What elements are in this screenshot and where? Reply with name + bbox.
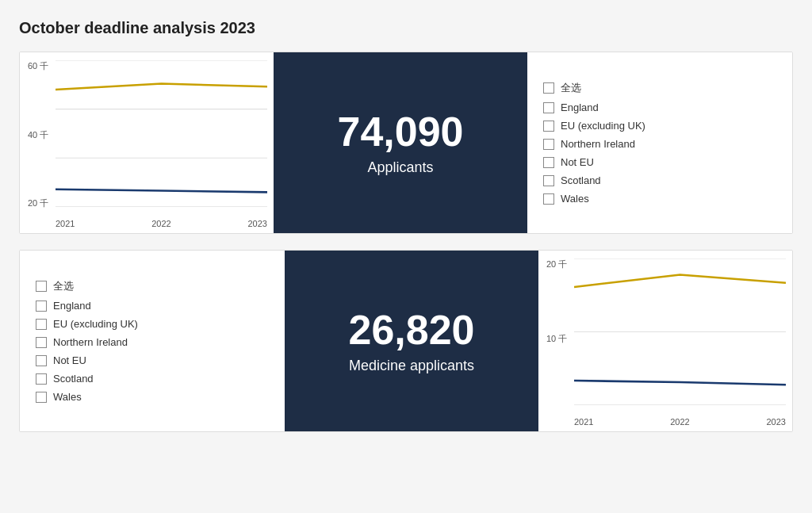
checkbox-england-1[interactable] xyxy=(543,102,554,113)
medicine-count: 26,820 xyxy=(348,308,474,353)
legend-panel-2: 全选 England EU (excluding UK) Northern Ir… xyxy=(20,251,285,431)
legend-item-select-all-1[interactable]: 全选 xyxy=(543,81,776,95)
page-title: October deadline analysis 2023 xyxy=(19,19,793,37)
legend-item-select-all-2[interactable]: 全选 xyxy=(36,279,269,293)
checkbox-noteu-2[interactable] xyxy=(36,355,47,366)
legend-label-scotland-2: Scotland xyxy=(53,373,94,385)
checkbox-select-all-2[interactable] xyxy=(36,281,47,292)
line-chart-1 xyxy=(56,60,267,207)
legend-label-noteu-1: Not EU xyxy=(561,156,594,168)
checkbox-eu-2[interactable] xyxy=(36,319,47,330)
x-label-2021-2: 2021 xyxy=(574,417,593,427)
checkbox-england-2[interactable] xyxy=(36,301,47,312)
stats-panel-1: 74,090 Applicants xyxy=(274,52,527,233)
y-label-60k: 60 千 xyxy=(28,60,48,72)
legend-label-select-all-2: 全选 xyxy=(53,279,74,293)
checkbox-scotland-2[interactable] xyxy=(36,373,47,385)
y-label-20k: 20 千 xyxy=(28,197,48,209)
x-axis-labels-1: 2021 2022 2023 xyxy=(56,219,267,228)
legend-label-ni-2: Northern Ireland xyxy=(53,336,128,348)
x-label-2023-1: 2023 xyxy=(248,219,267,228)
legend-label-scotland-1: Scotland xyxy=(561,174,601,186)
legend-label-england-1: England xyxy=(561,101,599,113)
legend-panel-1: 全选 England EU (excluding UK) Northern Ir… xyxy=(527,52,792,233)
legend-item-eu-1[interactable]: EU (excluding UK) xyxy=(543,120,776,132)
legend-item-scotland-2[interactable]: Scotland xyxy=(36,373,269,385)
checkbox-wales-1[interactable] xyxy=(543,193,554,205)
checkbox-select-all-1[interactable] xyxy=(543,82,554,94)
y-label-40k: 40 千 xyxy=(28,129,48,141)
chart-panel-1: 60 千 40 千 20 千 2021 2022 2023 xyxy=(20,52,274,233)
legend-label-select-all-1: 全选 xyxy=(561,81,581,95)
checkbox-eu-1[interactable] xyxy=(543,121,554,132)
legend-label-noteu-2: Not EU xyxy=(53,354,86,366)
y-label-10k: 10 千 xyxy=(546,333,567,345)
legend-item-england-2[interactable]: England xyxy=(36,300,269,312)
legend-item-wales-1[interactable]: Wales xyxy=(543,193,776,205)
y-axis-labels-2: 20 千 10 千 xyxy=(546,258,567,408)
legend-label-wales-2: Wales xyxy=(53,391,82,403)
legend-label-eu-1: EU (excluding UK) xyxy=(561,120,645,132)
card-1: 60 千 40 千 20 千 2021 2022 2023 xyxy=(19,52,793,234)
checkbox-ni-1[interactable] xyxy=(543,139,554,150)
x-label-2023-2: 2023 xyxy=(767,417,786,427)
y-axis-labels-1: 60 千 40 千 20 千 xyxy=(28,60,48,209)
checkbox-ni-2[interactable] xyxy=(36,337,47,348)
legend-item-noteu-1[interactable]: Not EU xyxy=(543,156,776,168)
applicants-count: 74,090 xyxy=(337,109,463,155)
y-label-20k: 20 千 xyxy=(546,258,567,270)
line-chart-2 xyxy=(574,258,786,405)
legend-label-ni-1: Northern Ireland xyxy=(561,138,635,150)
x-label-2021-1: 2021 xyxy=(56,219,75,228)
legend-label-england-2: England xyxy=(53,300,91,312)
card-2: 全选 England EU (excluding UK) Northern Ir… xyxy=(19,250,793,432)
legend-label-wales-1: Wales xyxy=(561,193,589,205)
x-axis-labels-2: 2021 2022 2023 xyxy=(574,417,786,427)
applicants-label: Applicants xyxy=(367,159,433,176)
x-label-2022-1: 2022 xyxy=(151,219,170,228)
legend-item-wales-2[interactable]: Wales xyxy=(36,391,269,403)
checkbox-scotland-1[interactable] xyxy=(543,175,554,186)
legend-item-ni-2[interactable]: Northern Ireland xyxy=(36,336,269,348)
x-label-2022-2: 2022 xyxy=(670,417,689,427)
legend-label-eu-2: EU (excluding UK) xyxy=(53,318,138,330)
legend-item-ni-1[interactable]: Northern Ireland xyxy=(543,138,776,150)
medicine-label: Medicine applicants xyxy=(349,358,474,374)
chart-panel-2: 20 千 10 千 2021 2022 2023 xyxy=(538,251,792,431)
legend-item-eu-2[interactable]: EU (excluding UK) xyxy=(36,318,269,330)
legend-item-england-1[interactable]: England xyxy=(543,101,776,113)
legend-item-scotland-1[interactable]: Scotland xyxy=(543,174,776,186)
checkbox-wales-2[interactable] xyxy=(36,392,47,403)
stats-panel-2: 26,820 Medicine applicants xyxy=(285,251,538,431)
checkbox-noteu-1[interactable] xyxy=(543,157,554,168)
legend-item-noteu-2[interactable]: Not EU xyxy=(36,354,269,366)
